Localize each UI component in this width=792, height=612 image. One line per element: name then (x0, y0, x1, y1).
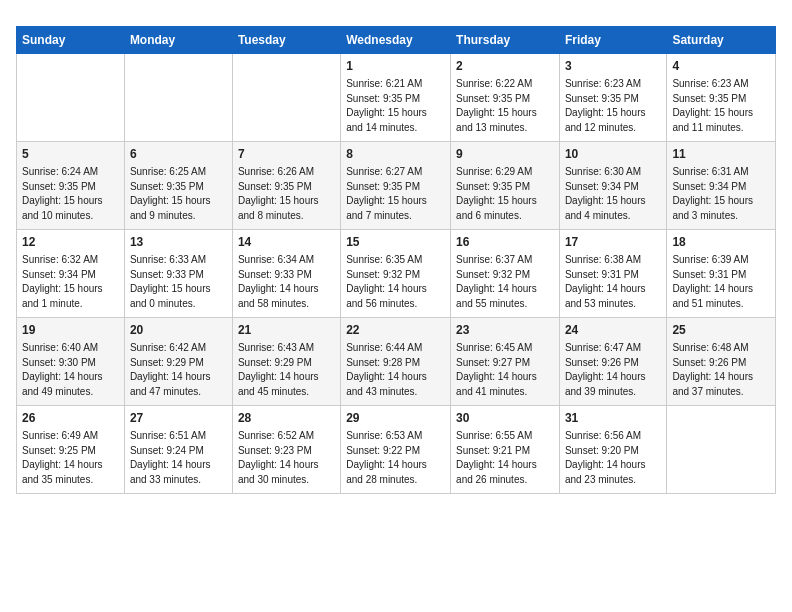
cell-content: Sunrise: 6:53 AM Sunset: 9:22 PM Dayligh… (346, 429, 445, 487)
day-number: 15 (346, 234, 445, 251)
day-number: 22 (346, 322, 445, 339)
calendar-cell: 23Sunrise: 6:45 AM Sunset: 9:27 PM Dayli… (451, 318, 560, 406)
cell-content: Sunrise: 6:34 AM Sunset: 9:33 PM Dayligh… (238, 253, 335, 311)
cell-content: Sunrise: 6:52 AM Sunset: 9:23 PM Dayligh… (238, 429, 335, 487)
day-number: 25 (672, 322, 770, 339)
cell-content: Sunrise: 6:48 AM Sunset: 9:26 PM Dayligh… (672, 341, 770, 399)
cell-content: Sunrise: 6:33 AM Sunset: 9:33 PM Dayligh… (130, 253, 227, 311)
calendar-cell: 27Sunrise: 6:51 AM Sunset: 9:24 PM Dayli… (124, 406, 232, 494)
day-number: 21 (238, 322, 335, 339)
day-number: 16 (456, 234, 554, 251)
cell-content: Sunrise: 6:49 AM Sunset: 9:25 PM Dayligh… (22, 429, 119, 487)
calendar-table: SundayMondayTuesdayWednesdayThursdayFrid… (16, 26, 776, 494)
calendar-cell: 21Sunrise: 6:43 AM Sunset: 9:29 PM Dayli… (232, 318, 340, 406)
week-row-1: 1Sunrise: 6:21 AM Sunset: 9:35 PM Daylig… (17, 54, 776, 142)
calendar-cell: 6Sunrise: 6:25 AM Sunset: 9:35 PM Daylig… (124, 142, 232, 230)
cell-content: Sunrise: 6:30 AM Sunset: 9:34 PM Dayligh… (565, 165, 661, 223)
weekday-monday: Monday (124, 27, 232, 54)
calendar-cell: 3Sunrise: 6:23 AM Sunset: 9:35 PM Daylig… (559, 54, 666, 142)
cell-content: Sunrise: 6:27 AM Sunset: 9:35 PM Dayligh… (346, 165, 445, 223)
calendar-cell: 18Sunrise: 6:39 AM Sunset: 9:31 PM Dayli… (667, 230, 776, 318)
cell-content: Sunrise: 6:45 AM Sunset: 9:27 PM Dayligh… (456, 341, 554, 399)
weekday-thursday: Thursday (451, 27, 560, 54)
weekday-tuesday: Tuesday (232, 27, 340, 54)
calendar-cell: 12Sunrise: 6:32 AM Sunset: 9:34 PM Dayli… (17, 230, 125, 318)
cell-content: Sunrise: 6:25 AM Sunset: 9:35 PM Dayligh… (130, 165, 227, 223)
calendar-cell: 5Sunrise: 6:24 AM Sunset: 9:35 PM Daylig… (17, 142, 125, 230)
cell-content: Sunrise: 6:21 AM Sunset: 9:35 PM Dayligh… (346, 77, 445, 135)
cell-content: Sunrise: 6:29 AM Sunset: 9:35 PM Dayligh… (456, 165, 554, 223)
calendar-cell: 16Sunrise: 6:37 AM Sunset: 9:32 PM Dayli… (451, 230, 560, 318)
cell-content: Sunrise: 6:39 AM Sunset: 9:31 PM Dayligh… (672, 253, 770, 311)
calendar-cell: 30Sunrise: 6:55 AM Sunset: 9:21 PM Dayli… (451, 406, 560, 494)
calendar-cell: 4Sunrise: 6:23 AM Sunset: 9:35 PM Daylig… (667, 54, 776, 142)
calendar-cell (17, 54, 125, 142)
day-number: 5 (22, 146, 119, 163)
day-number: 24 (565, 322, 661, 339)
day-number: 3 (565, 58, 661, 75)
cell-content: Sunrise: 6:40 AM Sunset: 9:30 PM Dayligh… (22, 341, 119, 399)
day-number: 13 (130, 234, 227, 251)
day-number: 8 (346, 146, 445, 163)
weekday-sunday: Sunday (17, 27, 125, 54)
calendar-cell: 9Sunrise: 6:29 AM Sunset: 9:35 PM Daylig… (451, 142, 560, 230)
cell-content: Sunrise: 6:26 AM Sunset: 9:35 PM Dayligh… (238, 165, 335, 223)
cell-content: Sunrise: 6:56 AM Sunset: 9:20 PM Dayligh… (565, 429, 661, 487)
calendar-cell: 11Sunrise: 6:31 AM Sunset: 9:34 PM Dayli… (667, 142, 776, 230)
day-number: 2 (456, 58, 554, 75)
cell-content: Sunrise: 6:35 AM Sunset: 9:32 PM Dayligh… (346, 253, 445, 311)
day-number: 20 (130, 322, 227, 339)
cell-content: Sunrise: 6:44 AM Sunset: 9:28 PM Dayligh… (346, 341, 445, 399)
cell-content: Sunrise: 6:32 AM Sunset: 9:34 PM Dayligh… (22, 253, 119, 311)
weekday-wednesday: Wednesday (341, 27, 451, 54)
weekday-header-row: SundayMondayTuesdayWednesdayThursdayFrid… (17, 27, 776, 54)
weekday-saturday: Saturday (667, 27, 776, 54)
calendar-cell (232, 54, 340, 142)
calendar-cell: 13Sunrise: 6:33 AM Sunset: 9:33 PM Dayli… (124, 230, 232, 318)
day-number: 31 (565, 410, 661, 427)
cell-content: Sunrise: 6:43 AM Sunset: 9:29 PM Dayligh… (238, 341, 335, 399)
calendar-cell: 2Sunrise: 6:22 AM Sunset: 9:35 PM Daylig… (451, 54, 560, 142)
calendar-cell: 15Sunrise: 6:35 AM Sunset: 9:32 PM Dayli… (341, 230, 451, 318)
day-number: 14 (238, 234, 335, 251)
cell-content: Sunrise: 6:22 AM Sunset: 9:35 PM Dayligh… (456, 77, 554, 135)
day-number: 4 (672, 58, 770, 75)
day-number: 28 (238, 410, 335, 427)
calendar-cell: 17Sunrise: 6:38 AM Sunset: 9:31 PM Dayli… (559, 230, 666, 318)
day-number: 30 (456, 410, 554, 427)
calendar-cell (667, 406, 776, 494)
cell-content: Sunrise: 6:23 AM Sunset: 9:35 PM Dayligh… (672, 77, 770, 135)
calendar-cell: 8Sunrise: 6:27 AM Sunset: 9:35 PM Daylig… (341, 142, 451, 230)
calendar-cell: 25Sunrise: 6:48 AM Sunset: 9:26 PM Dayli… (667, 318, 776, 406)
calendar-cell: 19Sunrise: 6:40 AM Sunset: 9:30 PM Dayli… (17, 318, 125, 406)
calendar-body: 1Sunrise: 6:21 AM Sunset: 9:35 PM Daylig… (17, 54, 776, 494)
week-row-3: 12Sunrise: 6:32 AM Sunset: 9:34 PM Dayli… (17, 230, 776, 318)
calendar-cell: 29Sunrise: 6:53 AM Sunset: 9:22 PM Dayli… (341, 406, 451, 494)
day-number: 18 (672, 234, 770, 251)
week-row-5: 26Sunrise: 6:49 AM Sunset: 9:25 PM Dayli… (17, 406, 776, 494)
calendar-cell: 14Sunrise: 6:34 AM Sunset: 9:33 PM Dayli… (232, 230, 340, 318)
cell-content: Sunrise: 6:23 AM Sunset: 9:35 PM Dayligh… (565, 77, 661, 135)
day-number: 29 (346, 410, 445, 427)
calendar-cell: 22Sunrise: 6:44 AM Sunset: 9:28 PM Dayli… (341, 318, 451, 406)
day-number: 1 (346, 58, 445, 75)
calendar-cell: 28Sunrise: 6:52 AM Sunset: 9:23 PM Dayli… (232, 406, 340, 494)
calendar-cell: 10Sunrise: 6:30 AM Sunset: 9:34 PM Dayli… (559, 142, 666, 230)
day-number: 12 (22, 234, 119, 251)
cell-content: Sunrise: 6:47 AM Sunset: 9:26 PM Dayligh… (565, 341, 661, 399)
calendar-cell: 1Sunrise: 6:21 AM Sunset: 9:35 PM Daylig… (341, 54, 451, 142)
cell-content: Sunrise: 6:51 AM Sunset: 9:24 PM Dayligh… (130, 429, 227, 487)
calendar-cell: 26Sunrise: 6:49 AM Sunset: 9:25 PM Dayli… (17, 406, 125, 494)
calendar-cell: 31Sunrise: 6:56 AM Sunset: 9:20 PM Dayli… (559, 406, 666, 494)
calendar-cell: 20Sunrise: 6:42 AM Sunset: 9:29 PM Dayli… (124, 318, 232, 406)
cell-content: Sunrise: 6:55 AM Sunset: 9:21 PM Dayligh… (456, 429, 554, 487)
day-number: 19 (22, 322, 119, 339)
calendar-cell (124, 54, 232, 142)
week-row-2: 5Sunrise: 6:24 AM Sunset: 9:35 PM Daylig… (17, 142, 776, 230)
calendar-cell: 7Sunrise: 6:26 AM Sunset: 9:35 PM Daylig… (232, 142, 340, 230)
cell-content: Sunrise: 6:42 AM Sunset: 9:29 PM Dayligh… (130, 341, 227, 399)
day-number: 17 (565, 234, 661, 251)
day-number: 7 (238, 146, 335, 163)
day-number: 26 (22, 410, 119, 427)
day-number: 10 (565, 146, 661, 163)
